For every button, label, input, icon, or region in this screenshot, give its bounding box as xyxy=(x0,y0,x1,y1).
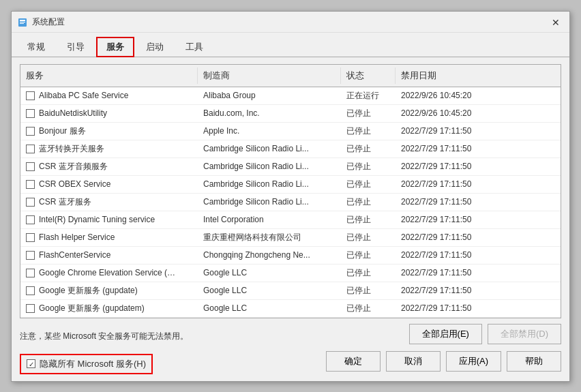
app-icon xyxy=(17,17,28,28)
table-header: 服务 制造商 状态 禁用日期 xyxy=(20,65,561,87)
status-cell: 已停止 xyxy=(341,123,396,140)
tab-services[interactable]: 服务 xyxy=(96,37,134,57)
status-cell: 已停止 xyxy=(341,282,396,299)
table-row[interactable]: Google 更新服务 (gupdate)Google LLC已停止2022/7… xyxy=(20,282,561,300)
action-buttons: 全部启用(E) 全部禁用(D) xyxy=(409,324,561,344)
cancel-button[interactable]: 取消 xyxy=(386,351,441,372)
table-row[interactable]: FlashCenterServiceChongqing Zhongcheng N… xyxy=(20,247,561,265)
service-name: FlashCenterService xyxy=(39,250,110,260)
service-checkbox[interactable] xyxy=(26,215,35,224)
hide-ms-checkbox-container[interactable]: 隐藏所有 Microsoft 服务(H) xyxy=(20,354,153,374)
table-row[interactable]: Google Chrome Elevation Service (…Google… xyxy=(20,265,561,282)
service-name: Bonjour 服务 xyxy=(39,125,86,137)
date-cell: 2022/9/26 10:45:20 xyxy=(396,106,561,121)
services-table: 服务 制造商 状态 禁用日期 Alibaba PC Safe ServiceAl… xyxy=(20,64,561,318)
service-name-cell: Google Chrome Elevation Service (… xyxy=(20,265,198,280)
service-checkbox[interactable] xyxy=(26,145,35,153)
col-header-date: 禁用日期 xyxy=(396,67,561,84)
vendor-cell: Google LLC xyxy=(198,301,341,316)
date-cell: 2022/7/29 17:11:50 xyxy=(396,230,561,245)
service-checkbox[interactable] xyxy=(26,251,35,260)
service-checkbox[interactable] xyxy=(26,304,35,313)
service-name: BaiduNetdiskUtility xyxy=(39,108,107,118)
service-name-cell: Bonjour 服务 xyxy=(20,123,198,140)
service-checkbox[interactable] xyxy=(26,198,35,207)
service-checkbox[interactable] xyxy=(26,286,35,295)
vendor-cell: 重庆重橙网络科技有限公司 xyxy=(198,229,341,246)
vendor-cell: Cambridge Silicon Radio Li... xyxy=(198,141,341,156)
vendor-cell: Chongqing Zhongcheng Ne... xyxy=(198,247,341,262)
window-title: 系统配置 xyxy=(32,16,65,28)
date-cell: 2022/7/29 17:11:50 xyxy=(396,194,561,209)
table-row[interactable]: CSR OBEX ServiceCambridge Silicon Radio … xyxy=(20,176,561,194)
vendor-cell: Cambridge Silicon Radio Li... xyxy=(198,159,341,174)
date-cell: 2022/7/29 17:11:50 xyxy=(396,247,561,262)
table-row[interactable]: Bonjour 服务Apple Inc.已停止2022/7/29 17:11:5… xyxy=(20,123,561,140)
service-name: Flash Helper Service xyxy=(39,232,115,242)
col-header-status: 状态 xyxy=(341,67,396,84)
date-cell: 2022/7/29 17:11:50 xyxy=(396,283,561,298)
service-checkbox[interactable] xyxy=(26,162,35,171)
tab-startup[interactable]: 启动 xyxy=(136,37,174,57)
tab-general[interactable]: 常规 xyxy=(17,37,55,57)
table-row[interactable]: 蓝牙转换开关服务Cambridge Silicon Radio Li...已停止… xyxy=(20,140,561,158)
disable-all-button[interactable]: 全部禁用(D) xyxy=(488,324,561,344)
date-cell: 2022/7/29 17:11:50 xyxy=(396,265,561,280)
vendor-cell: Alibaba Group xyxy=(198,88,341,103)
service-checkbox[interactable] xyxy=(26,127,35,136)
title-bar-left: 系统配置 xyxy=(17,16,65,28)
bottom-buttons: 确定 取消 应用(A) 帮助 xyxy=(326,351,561,372)
table-row[interactable]: CSR 蓝牙音频服务Cambridge Silicon Radio Li...已… xyxy=(20,158,561,176)
service-checkbox[interactable] xyxy=(26,269,35,277)
vendor-cell: Google LLC xyxy=(198,283,341,298)
apply-button[interactable]: 应用(A) xyxy=(446,351,501,372)
col-header-vendor: 制造商 xyxy=(198,67,341,84)
service-checkbox[interactable] xyxy=(26,109,35,118)
service-name-cell: Google 更新服务 (gupdate) xyxy=(20,282,198,299)
service-checkbox[interactable] xyxy=(26,180,35,189)
status-cell: 已停止 xyxy=(341,176,396,193)
close-button[interactable]: ✕ xyxy=(548,16,564,29)
table-body[interactable]: Alibaba PC Safe ServiceAlibaba Group正在运行… xyxy=(20,87,561,318)
table-row[interactable]: Flash Helper Service重庆重橙网络科技有限公司已停止2022/… xyxy=(20,229,561,247)
bottom-row: 隐藏所有 Microsoft 服务(H) 确定 取消 应用(A) 帮助 xyxy=(20,348,561,374)
hide-ms-checkbox[interactable] xyxy=(27,359,35,368)
service-checkbox[interactable] xyxy=(26,233,35,242)
ok-button[interactable]: 确定 xyxy=(326,351,381,372)
table-row[interactable]: Intel(R) Dynamic Tuning serviceIntel Cor… xyxy=(20,211,561,229)
vendor-cell: Google LLC xyxy=(198,265,341,280)
status-cell: 正在运行 xyxy=(341,87,396,104)
table-row[interactable]: CSR 蓝牙服务Cambridge Silicon Radio Li...已停止… xyxy=(20,194,561,211)
vendor-cell: Cambridge Silicon Radio Li... xyxy=(198,194,341,209)
service-name-cell: Flash Helper Service xyxy=(20,230,198,245)
footer-row: 注意，某些 Microsoft 安全服务可能无法禁用。 全部启用(E) 全部禁用… xyxy=(20,324,561,344)
table-row[interactable]: BaiduNetdiskUtilityBaidu.com, Inc.已停止202… xyxy=(20,105,561,123)
service-checkbox[interactable] xyxy=(26,91,35,100)
table-row[interactable]: Alibaba PC Safe ServiceAlibaba Group正在运行… xyxy=(20,87,561,105)
date-cell: 2022/7/29 17:11:50 xyxy=(396,212,561,227)
service-name: Google Chrome Elevation Service (… xyxy=(39,268,175,277)
date-cell: 2022/7/29 17:11:50 xyxy=(396,177,561,192)
vendor-cell: Cambridge Silicon Radio Li... xyxy=(198,177,341,192)
tab-tools[interactable]: 工具 xyxy=(175,37,213,57)
service-name: Alibaba PC Safe Service xyxy=(39,91,128,100)
col-header-service: 服务 xyxy=(20,67,198,84)
service-name-cell: CSR 蓝牙服务 xyxy=(20,194,198,211)
tab-boot[interactable]: 引导 xyxy=(57,37,95,57)
system-config-window: 系统配置 ✕ 常规 引导 服务 启动 工具 服务 制造商 状态 禁用日期 Ali… xyxy=(11,11,570,382)
date-cell: 2022/9/26 10:45:20 xyxy=(396,88,561,103)
status-cell: 已停止 xyxy=(341,194,396,211)
date-cell: 2022/7/29 17:11:50 xyxy=(396,159,561,174)
help-button[interactable]: 帮助 xyxy=(507,351,561,372)
status-cell: 已停止 xyxy=(341,229,396,246)
vendor-cell: Intel Corporation xyxy=(198,212,341,227)
table-row[interactable]: Google 更新服务 (gupdatem)Google LLC已停止2022/… xyxy=(20,300,561,318)
enable-all-button[interactable]: 全部启用(E) xyxy=(409,324,482,344)
vendor-cell: Baidu.com, Inc. xyxy=(198,106,341,121)
status-cell: 已停止 xyxy=(341,105,396,122)
service-name: Intel(R) Dynamic Tuning service xyxy=(39,215,155,224)
service-name: CSR 蓝牙音频服务 xyxy=(39,161,108,172)
status-cell: 已停止 xyxy=(341,300,396,317)
service-name: CSR OBEX Service xyxy=(39,179,110,189)
status-cell: 已停止 xyxy=(341,140,396,157)
